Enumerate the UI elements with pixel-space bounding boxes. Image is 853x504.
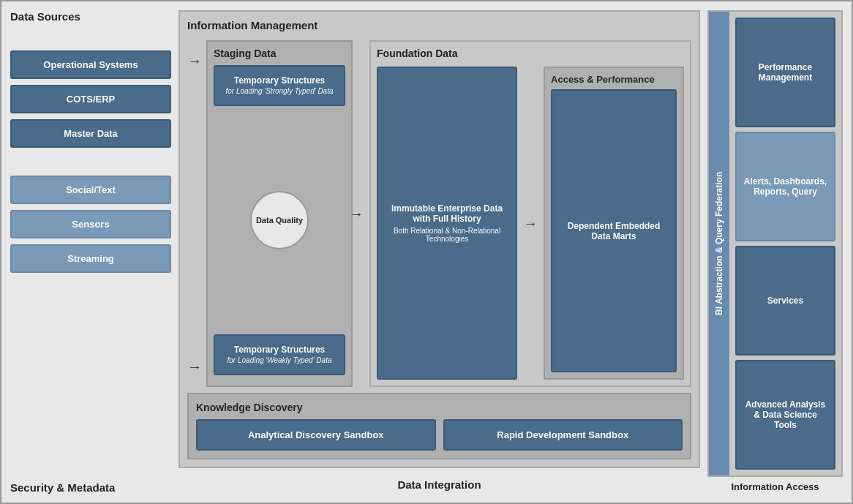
knowledge-title: Knowledge Discovery — [196, 402, 683, 413]
social-text-btn[interactable]: Social/Text — [10, 176, 171, 204]
staging-box: Staging Data Temporary Structures for Lo… — [206, 40, 353, 387]
services-btn[interactable]: Services — [735, 246, 835, 356]
sensors-btn[interactable]: Sensors — [10, 210, 171, 238]
knowledge-inner: Analytical Discovery Sandbox Rapid Devel… — [196, 419, 683, 451]
left-panel: Data Sources Operational Systems COTS/ER… — [10, 10, 171, 494]
data-quality-container: Data Quality — [214, 112, 345, 328]
foundation-inner: Immutable Enterprise Data with Full Hist… — [377, 67, 684, 380]
arrow-bottom-icon: → — [187, 359, 202, 374]
dependent-btn: Dependent Embedded Data Marts — [551, 89, 677, 372]
alerts-dashboards-btn[interactable]: Alerts, Dashboards, Reports, Query — [735, 132, 835, 241]
information-management-title: Information Management — [187, 19, 691, 31]
center-panel: Information Management → → Staging Data … — [179, 10, 700, 494]
right-items-list: Performance Management Alerts, Dashboard… — [729, 12, 841, 475]
access-performance-box: Access & Performance Dependent Embedded … — [544, 67, 684, 380]
rapid-sandbox-btn[interactable]: Rapid Development Sandbox — [443, 419, 683, 451]
foundation-title: Foundation Data — [377, 48, 684, 59]
streaming-btn[interactable]: Streaming — [10, 244, 171, 273]
immutable-to-dependent-arrow: → — [523, 67, 538, 380]
data-sources-label: Data Sources — [10, 10, 171, 23]
performance-management-btn[interactable]: Performance Management — [735, 18, 835, 127]
immutable-sub: Both Relational & Non-Relational Technol… — [384, 227, 510, 243]
operational-systems-btn[interactable]: Operational Systems — [10, 50, 171, 79]
access-perf-title: Access & Performance — [551, 74, 677, 85]
information-access-label: Information Access — [707, 477, 843, 494]
left-top-sources: Operational Systems COTS/ERP Master Data — [10, 50, 171, 154]
info-access-container: BI Abstraction & Query Federation Perfor… — [707, 10, 843, 477]
foundation-box: Foundation Data Immutable Enterprise Dat… — [369, 40, 691, 387]
temp-weak-btn: Temporary Structures for Loading 'Weakly… — [214, 334, 345, 375]
staging-title: Staging Data — [214, 48, 345, 59]
information-management-box: Information Management → → Staging Data … — [179, 10, 700, 468]
data-quality-circle: Data Quality — [250, 191, 309, 249]
data-integration-label: Data Integration — [179, 474, 700, 494]
knowledge-box: Knowledge Discovery Analytical Discovery… — [187, 393, 691, 459]
main-container: Data Sources Operational Systems COTS/ER… — [0, 0, 853, 504]
staging-inner: Temporary Structures for Loading 'Strong… — [214, 65, 345, 375]
right-panel: BI Abstraction & Query Federation Perfor… — [707, 10, 843, 494]
arrow-top-icon: → — [187, 53, 202, 68]
temp-strong-sub: for Loading 'Strongly Typed' Data — [225, 87, 333, 95]
security-metadata-label: Security & Metadata — [10, 481, 115, 494]
staging-foundation-row: → → Staging Data Temporary Structures fo… — [187, 40, 691, 387]
bi-abstraction-label: BI Abstraction & Query Federation — [709, 12, 729, 475]
temp-strong-btn: Temporary Structures for Loading 'Strong… — [214, 65, 345, 106]
analytical-sandbox-btn[interactable]: Analytical Discovery Sandbox — [196, 419, 436, 451]
advanced-analysis-btn[interactable]: Advanced Analysis & Data Science Tools — [735, 360, 835, 470]
left-arrows: → → — [187, 40, 202, 387]
master-data-btn[interactable]: Master Data — [10, 119, 171, 148]
staging-with-arrows: → → Staging Data Temporary Structures fo… — [187, 40, 343, 387]
temp-weak-sub: for Loading 'Weakly Typed' Data — [228, 356, 332, 364]
left-bottom-sources: Social/Text Sensors Streaming — [10, 176, 171, 279]
immutable-btn: Immutable Enterprise Data with Full Hist… — [377, 67, 517, 380]
cots-erp-btn[interactable]: COTS/ERP — [10, 85, 171, 113]
